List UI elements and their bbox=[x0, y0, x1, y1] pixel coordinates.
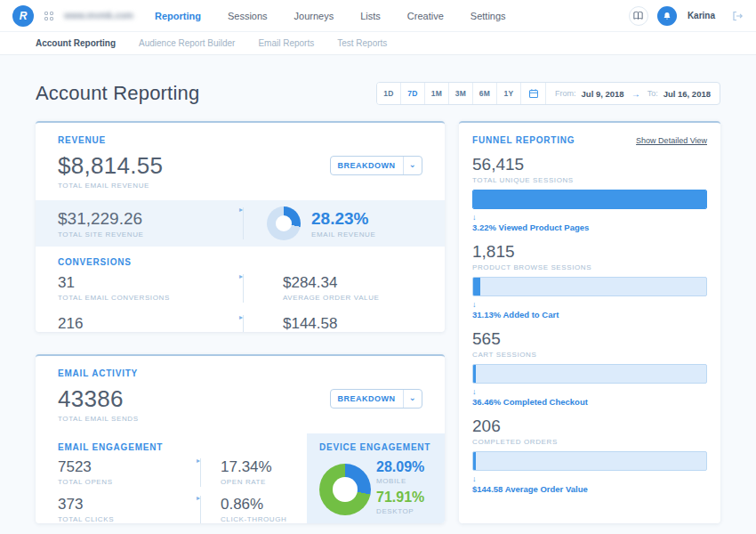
funnel-step-label: PRODUCT BROWSE SESSIONS bbox=[472, 263, 707, 271]
conversions-title: CONVERSIONS bbox=[58, 257, 422, 267]
total-opens-label: TOTAL OPENS bbox=[58, 478, 200, 486]
nav-items: Reporting Sessions Journeys Lists Creati… bbox=[155, 11, 506, 21]
preset-3m[interactable]: 3M bbox=[449, 83, 473, 104]
to-date[interactable]: Jul 16, 2018 bbox=[664, 89, 711, 99]
tab-account-reporting[interactable]: Account Reporting bbox=[36, 38, 116, 48]
email-conversions-value: 31 bbox=[58, 274, 243, 292]
email-revenue-pct: 28.23% bbox=[311, 209, 375, 229]
nav-item-creative[interactable]: Creative bbox=[407, 11, 444, 21]
help-book-button[interactable] bbox=[629, 6, 648, 26]
to-label: To: bbox=[647, 89, 658, 98]
funnel-step-value: 1,815 bbox=[472, 242, 707, 262]
down-arrow-icon: ↓ bbox=[472, 213, 707, 222]
total-opens-metric: 7523 TOTAL OPENS bbox=[58, 458, 200, 486]
nav-item-lists[interactable]: Lists bbox=[360, 11, 381, 21]
user-menu[interactable]: Karina bbox=[688, 11, 715, 20]
funnel-step-cart: 565 CART SESSIONS ↓ 36.46% Completed Che… bbox=[472, 329, 707, 407]
revenue-card: REVENUE $8,814.55 TOTAL EMAIL REVENUE BR… bbox=[36, 121, 445, 332]
calendar-icon bbox=[528, 88, 539, 99]
metric-divider: ▸ bbox=[243, 274, 244, 303]
site-aov-value: $144.58 bbox=[283, 315, 379, 332]
down-arrow-icon: ↓ bbox=[472, 300, 707, 309]
funnel-step-label: CART SESSIONS bbox=[472, 351, 707, 359]
metric-divider: ▸ bbox=[243, 207, 244, 239]
site-aov-metric: $144.58 AVERAGE ORDER VALUE bbox=[283, 315, 379, 332]
open-rate-metric: 17.34% OPEN RATE bbox=[221, 458, 272, 486]
logout-icon bbox=[731, 10, 744, 22]
bell-icon bbox=[662, 11, 672, 21]
right-column: FUNNEL REPORTING Show Detailed View 56,4… bbox=[459, 121, 720, 523]
total-clicks-metric: 373 TOTAL CLICKS bbox=[58, 496, 200, 523]
metric-divider: ▸ bbox=[200, 458, 201, 487]
preset-7d[interactable]: 7D bbox=[401, 83, 425, 104]
funnel-reporting-title: FUNNEL REPORTING bbox=[472, 135, 575, 145]
site-conversions-value: 216 bbox=[58, 315, 243, 332]
funnel-step-value: 56,415 bbox=[472, 155, 707, 174]
from-date[interactable]: Jul 9, 2018 bbox=[582, 89, 624, 99]
mobile-label: MOBILE bbox=[376, 477, 424, 485]
preset-1y[interactable]: 1Y bbox=[497, 83, 521, 104]
ctr-label: CLICK-THROUGH RATE bbox=[221, 515, 307, 523]
total-email-revenue-label: TOTAL EMAIL REVENUE bbox=[58, 182, 163, 190]
from-label: From: bbox=[555, 89, 576, 98]
total-clicks-label: TOTAL CLICKS bbox=[58, 515, 200, 523]
revenue-breakdown-button[interactable]: BREAKDOWN ⌄ bbox=[330, 156, 422, 175]
desktop-pct: 71.91% bbox=[376, 490, 424, 506]
email-breakdown-button[interactable]: BREAKDOWN ⌄ bbox=[330, 389, 422, 409]
down-arrow-icon: ↓ bbox=[472, 474, 707, 483]
date-range-control: 1D 7D 1M 3M 6M 1Y From: Jul 9, 2018 → To… bbox=[376, 82, 720, 105]
nav-item-reporting[interactable]: Reporting bbox=[155, 11, 201, 21]
funnel-bar bbox=[472, 451, 707, 471]
caret-right-icon: ▸ bbox=[239, 313, 243, 321]
email-aov-label: AVERAGE ORDER VALUE bbox=[283, 294, 379, 302]
tab-email-reports[interactable]: Email Reports bbox=[258, 38, 314, 48]
funnel-transition-label: 3.22% Viewed Product Pages bbox=[472, 222, 707, 232]
email-engagement-section: EMAIL ENGAGEMENT 7523 TOTAL OPENS ▸ 17.3… bbox=[36, 433, 307, 523]
page-header: Account Reporting 1D 7D 1M 3M 6M 1Y From… bbox=[0, 78, 756, 109]
preset-1m[interactable]: 1M bbox=[425, 83, 449, 104]
funnel-step-label: COMPLETED ORDERS bbox=[472, 438, 707, 446]
total-email-revenue-value: $8,814.55 bbox=[58, 152, 163, 180]
funnel-step-orders: 206 COMPLETED ORDERS ↓ $144.58 Average O… bbox=[472, 417, 707, 494]
total-opens-value: 7523 bbox=[58, 458, 200, 476]
funnel-step-label: TOTAL UNIQUE SESSIONS bbox=[472, 176, 707, 184]
email-conversions-metric: 31 TOTAL EMAIL CONVERSIONS bbox=[58, 274, 243, 302]
page-title: Account Reporting bbox=[36, 82, 199, 105]
clicks-row: 373 TOTAL CLICKS ▸ 0.86% CLICK-THROUGH R… bbox=[58, 496, 307, 523]
chevron-down-icon: ⌄ bbox=[404, 393, 422, 402]
logout-button[interactable] bbox=[731, 10, 744, 22]
calendar-button[interactable] bbox=[521, 83, 546, 104]
nav-item-journeys[interactable]: Journeys bbox=[294, 11, 334, 21]
metric-divider: ▸ bbox=[243, 315, 244, 332]
email-bottom-section: EMAIL ENGAGEMENT 7523 TOTAL OPENS ▸ 17.3… bbox=[36, 433, 445, 523]
email-revenue-donut bbox=[267, 206, 301, 240]
ctr-value: 0.86% bbox=[221, 496, 307, 514]
nav-item-settings[interactable]: Settings bbox=[470, 11, 506, 21]
email-revenue-label: EMAIL REVENUE bbox=[311, 231, 375, 239]
device-engagement-title: DEVICE ENGAGEMENT bbox=[319, 442, 436, 452]
funnel-bar bbox=[472, 277, 707, 296]
open-rate-value: 17.34% bbox=[221, 458, 272, 476]
site-conversions-row: 216 TOTAL SITE CONVERSIONS ▸ $144.58 AVE… bbox=[58, 315, 422, 332]
preset-1d[interactable]: 1D bbox=[377, 83, 401, 104]
device-engagement-donut bbox=[319, 464, 371, 515]
tab-audience-report-builder[interactable]: Audience Report Builder bbox=[139, 38, 235, 48]
nav-item-sessions[interactable]: Sessions bbox=[228, 11, 268, 21]
mobile-pct: 28.09% bbox=[376, 459, 424, 475]
metric-divider: ▸ bbox=[200, 496, 201, 523]
caret-right-icon: ▸ bbox=[197, 494, 200, 502]
notifications-button[interactable] bbox=[657, 6, 677, 26]
tab-test-reports[interactable]: Test Reports bbox=[337, 38, 387, 48]
caret-right-icon: ▸ bbox=[239, 272, 243, 280]
total-email-sends-metric: 43386 TOTAL EMAIL SENDS bbox=[58, 385, 139, 423]
total-email-sends-label: TOTAL EMAIL SENDS bbox=[58, 415, 139, 423]
caret-right-icon: ▸ bbox=[197, 457, 200, 465]
email-activity-title: EMAIL ACTIVITY bbox=[58, 368, 422, 378]
email-aov-value: $284.34 bbox=[283, 274, 379, 292]
preset-6m[interactable]: 6M bbox=[473, 83, 497, 104]
show-detailed-view-link[interactable]: Show Detailed View bbox=[636, 136, 707, 145]
funnel-transition-label: $144.58 Average Order Value bbox=[472, 484, 707, 494]
custom-date-range[interactable]: From: Jul 9, 2018 → To: Jul 16, 2018 bbox=[546, 83, 720, 104]
brand-logo[interactable]: R bbox=[12, 5, 34, 27]
app-switcher-icon[interactable] bbox=[44, 12, 53, 20]
